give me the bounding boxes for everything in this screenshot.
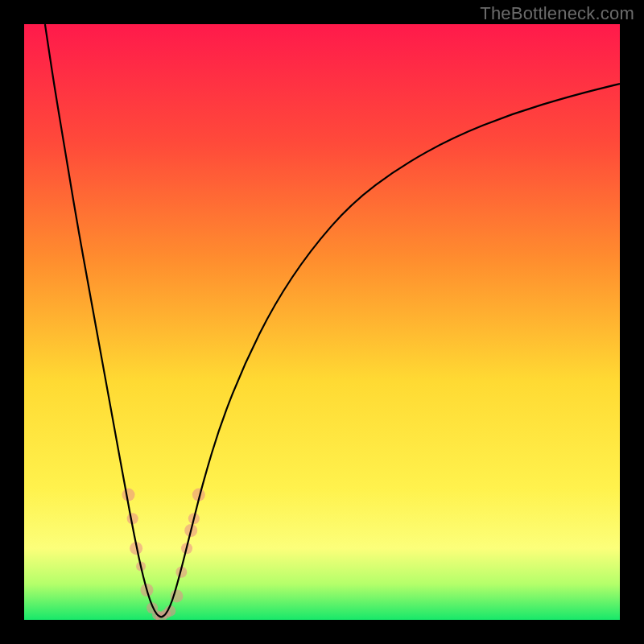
chart-svg bbox=[24, 24, 620, 620]
attribution-label: TheBottleneck.com bbox=[480, 3, 634, 24]
plot-area bbox=[24, 24, 620, 620]
scatter-point bbox=[122, 489, 135, 502]
gradient-background bbox=[24, 24, 620, 620]
chart-frame: TheBottleneck.com bbox=[0, 0, 644, 644]
